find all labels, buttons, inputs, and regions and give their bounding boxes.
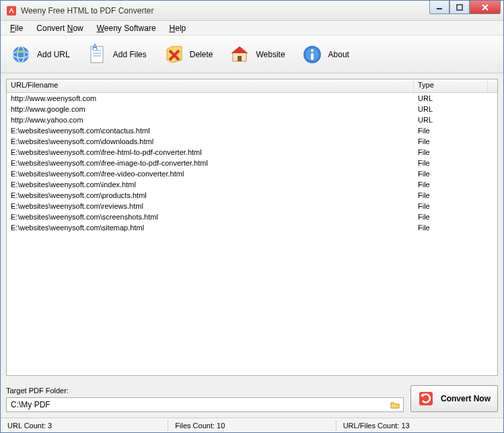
list-item[interactable]: http://www.weenysoft.comURL	[7, 93, 497, 104]
list-cell-type: URL	[414, 94, 497, 102]
list-cell-type: File	[414, 127, 497, 135]
folder-icon	[390, 399, 400, 410]
window-title: Weeny Free HTML to PDF Converter	[21, 6, 429, 15]
list-cell-type: File	[414, 224, 497, 232]
list-item[interactable]: E:\websites\weenysoft.com\index.htmlFile	[7, 179, 497, 190]
status-url-count: URL Count: 3	[1, 420, 168, 431]
browse-folder-button[interactable]	[390, 399, 400, 410]
list-cell-url: E:\websites\weenysoft.com\downloads.html	[7, 137, 414, 145]
delete-button[interactable]: Delete	[159, 41, 225, 68]
about-button[interactable]: About	[297, 41, 361, 68]
list-cell-type: File	[414, 202, 497, 210]
list-cell-url: E:\websites\weenysoft.com\products.html	[7, 191, 414, 199]
column-header-url[interactable]: URL/Filename	[7, 79, 414, 92]
target-folder-input-wrap	[6, 397, 404, 412]
list-item[interactable]: http://www.google.comURL	[7, 104, 497, 114]
list-cell-url: E:\websites\weenysoft.com\free-html-to-p…	[7, 148, 414, 156]
svg-point-20	[311, 49, 314, 52]
menubar: File Convert Now Weeny Software Help	[1, 21, 503, 36]
list-cell-type: File	[414, 148, 497, 156]
menu-weeny-software[interactable]: Weeny Software	[92, 22, 161, 34]
add-url-label: Add URL	[37, 50, 70, 59]
list-cell-type: File	[414, 159, 497, 167]
list-item[interactable]: E:\websites\weenysoft.com\contactus.html…	[7, 125, 497, 136]
add-files-button[interactable]: A Add Files	[82, 41, 159, 68]
svg-rect-2	[457, 5, 462, 10]
list-cell-url: E:\websites\weenysoft.com\screenshots.ht…	[7, 213, 414, 221]
list-cell-url: E:\websites\weenysoft.com\index.html	[7, 180, 414, 189]
list-item[interactable]: E:\websites\weenysoft.com\free-html-to-p…	[7, 147, 497, 158]
list-cell-url: http://www.google.com	[7, 105, 414, 113]
app-icon	[6, 5, 17, 16]
toolbar: Add URL A Add Files Delete Website About	[1, 36, 503, 73]
listview-header: URL/Filename Type	[7, 79, 497, 93]
list-cell-type: File	[414, 213, 497, 221]
list-cell-url: E:\websites\weenysoft.com\free-image-to-…	[7, 159, 414, 167]
svg-point-5	[13, 46, 29, 63]
delete-label: Delete	[190, 50, 213, 59]
maximize-button[interactable]	[449, 1, 470, 14]
list-item[interactable]: E:\websites\weenysoft.com\free-image-to-…	[7, 158, 497, 168]
list-item[interactable]: E:\websites\weenysoft.com\free-video-con…	[7, 168, 497, 179]
svg-marker-16	[231, 46, 248, 53]
menu-convert-now[interactable]: Convert Now	[31, 22, 88, 34]
file-listview[interactable]: URL/Filename Type http://www.weenysoft.c…	[6, 79, 498, 376]
svg-rect-0	[7, 6, 16, 15]
svg-text:A: A	[92, 44, 98, 52]
menu-help[interactable]: Help	[164, 22, 192, 34]
target-folder-input[interactable]	[11, 400, 390, 409]
add-files-label: Add Files	[113, 50, 147, 59]
app-window: Weeny Free HTML to PDF Converter File Co…	[0, 0, 504, 433]
list-cell-type: File	[414, 191, 497, 199]
bottom-panel: Target PDF Folder: Convert Now	[1, 381, 503, 418]
list-item[interactable]: E:\websites\weenysoft.com\sitemap.htmlFi…	[7, 222, 497, 233]
svg-rect-21	[311, 53, 314, 60]
convert-now-label: Convert Now	[441, 394, 491, 403]
list-cell-url: http://www.weenysoft.com	[7, 94, 414, 102]
list-cell-url: E:\websites\weenysoft.com\reviews.html	[7, 202, 414, 210]
delete-icon	[163, 44, 184, 65]
website-button[interactable]: Website	[225, 41, 297, 68]
about-label: About	[328, 50, 349, 59]
file-icon: A	[86, 44, 108, 65]
menu-file[interactable]: File	[5, 22, 28, 34]
list-cell-type: URL	[414, 105, 497, 113]
close-button[interactable]	[470, 1, 501, 14]
column-header-pad	[488, 79, 497, 92]
status-total-count: URL/Files Count: 13	[336, 420, 503, 431]
target-folder-block: Target PDF Folder:	[6, 387, 404, 412]
list-cell-type: File	[414, 180, 497, 189]
column-header-type[interactable]: Type	[414, 79, 488, 92]
website-label: Website	[256, 50, 285, 59]
minimize-button[interactable]	[429, 1, 449, 14]
list-item[interactable]: E:\websites\weenysoft.com\downloads.html…	[7, 136, 497, 147]
titlebar[interactable]: Weeny Free HTML to PDF Converter	[1, 1, 503, 21]
window-controls	[429, 1, 503, 20]
target-folder-label: Target PDF Folder:	[6, 387, 404, 395]
globe-icon	[10, 44, 32, 65]
list-cell-url: E:\websites\weenysoft.com\free-video-con…	[7, 170, 414, 178]
convert-now-button[interactable]: Convert Now	[410, 385, 498, 412]
svg-rect-17	[238, 56, 242, 61]
list-cell-type: File	[414, 137, 497, 145]
list-item[interactable]: E:\websites\weenysoft.com\products.htmlF…	[7, 190, 497, 201]
list-cell-type: File	[414, 170, 497, 178]
list-cell-url: E:\websites\weenysoft.com\sitemap.html	[7, 224, 414, 232]
list-cell-type: URL	[414, 116, 497, 124]
list-cell-url: http://www.yahoo.com	[7, 116, 414, 124]
list-item[interactable]: http://www.yahoo.comURL	[7, 114, 497, 125]
content-area: URL/Filename Type http://www.weenysoft.c…	[1, 73, 503, 381]
convert-icon	[418, 391, 434, 407]
statusbar: URL Count: 3 Files Count: 10 URL/Files C…	[1, 418, 503, 432]
home-icon	[229, 44, 250, 65]
list-item[interactable]: E:\websites\weenysoft.com\reviews.htmlFi…	[7, 201, 497, 211]
list-item[interactable]: E:\websites\weenysoft.com\screenshots.ht…	[7, 211, 497, 222]
info-icon	[301, 44, 323, 65]
list-cell-url: E:\websites\weenysoft.com\contactus.html	[7, 127, 414, 135]
listview-body[interactable]: http://www.weenysoft.comURLhttp://www.go…	[7, 93, 497, 375]
status-files-count: Files Count: 10	[168, 420, 336, 431]
add-url-button[interactable]: Add URL	[6, 41, 82, 68]
